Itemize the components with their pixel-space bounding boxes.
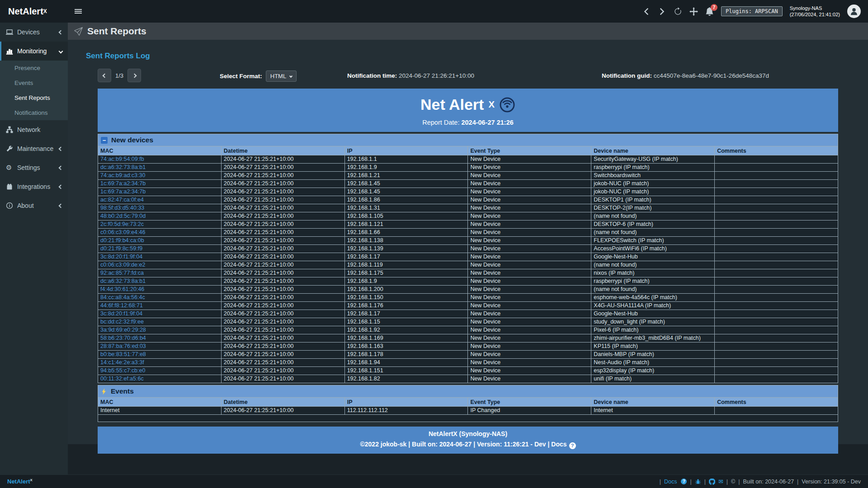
cell: (name not found)	[591, 212, 715, 221]
mac-link[interactable]: bc:dd:c2:32:f9:ee	[100, 319, 144, 325]
cell: b0:be:83:51:77:e8	[98, 351, 222, 359]
next-report-button[interactable]	[127, 69, 141, 82]
sidebar-item-settings[interactable]: ⚙ Settings	[0, 158, 68, 177]
nav-forward-icon[interactable]	[658, 7, 666, 16]
sidebar-subitem-events[interactable]: Events	[0, 75, 68, 90]
cell	[715, 269, 838, 277]
report-row: 14:c1:4e:2e:a3:3f2024-06-27 21:25:21+10:…	[98, 359, 838, 367]
format-select[interactable]: HTML	[266, 70, 297, 82]
cell: New Device	[468, 359, 591, 367]
sidebar-item-maintenance[interactable]: Maintenance	[0, 139, 68, 158]
new-devices-table: MACDatetimeIPEvent TypeDevice nameCommen…	[98, 146, 838, 383]
mac-link[interactable]: ac:82:47:ca:0f:e4	[100, 197, 144, 203]
email-icon[interactable]: ✉	[718, 478, 723, 485]
mac-link[interactable]: 98:5f:d3:d5:40:33	[100, 205, 144, 211]
github-icon[interactable]	[709, 479, 715, 485]
sidebar-item-monitoring[interactable]: Monitoring	[0, 42, 68, 61]
mac-link[interactable]: 48:b0:2d:5c:79:0d	[100, 213, 146, 219]
cell: 192.168.1.139	[344, 245, 468, 253]
report-row: 74:ac:b9:ad:c3:302024-06-27 21:25:21+10:…	[98, 172, 838, 180]
cell: 48:b0:2d:5c:79:0d	[98, 212, 222, 221]
help-icon[interactable]: ?	[569, 442, 576, 449]
cell: 192.168.1.175	[344, 269, 468, 277]
cell: 192.168.1.45	[344, 188, 468, 196]
cell: 2c:f0:5d:9e:73:2c	[98, 221, 222, 229]
notification-time-value: 2024-06-27 21:26:21+10:00	[399, 72, 474, 79]
cell: New Device	[468, 253, 591, 261]
mac-link[interactable]: c0:06:c3:09:de:e2	[100, 262, 145, 268]
cell: 2024-06-27 21:25:21+10:00	[221, 343, 344, 351]
bug-report-icon[interactable]	[695, 479, 701, 485]
mac-link[interactable]: 14:c1:4e:2e:a3:3f	[100, 359, 144, 366]
footer-version: Version: 21:39:05 - Dev	[802, 479, 861, 485]
notification-time: Notification time: 2024-06-27 21:26:21+1…	[347, 72, 474, 79]
app-logo[interactable]: NetAlertX	[0, 0, 68, 23]
cell: 2024-06-27 21:25:21+10:00	[221, 261, 344, 269]
sent-reports-log-link[interactable]: Sent Reports Log	[86, 52, 150, 61]
mac-link[interactable]: 74:ac:b9:ad:c3:30	[100, 172, 145, 178]
nav-back-icon[interactable]	[642, 7, 651, 16]
sidebar-toggle-button[interactable]	[68, 0, 89, 23]
mac-link[interactable]: c0:06:c3:09:e4:46	[100, 229, 145, 235]
cell: New Device	[468, 188, 591, 196]
sidebar-item-devices[interactable]: Devices	[0, 23, 68, 42]
help-icon[interactable]: ?	[681, 479, 687, 484]
cell: New Device	[468, 367, 591, 375]
cell: 192.168.1.9	[344, 164, 468, 172]
cell: raspberrypi (IP match)	[591, 277, 715, 286]
paper-plane-icon	[74, 27, 83, 36]
cell: New Device	[468, 294, 591, 302]
mac-link[interactable]: 74:ac:b9:54:09:fb	[100, 156, 144, 162]
cell: New Device	[468, 326, 591, 334]
sidebar-item-integrations[interactable]: Integrations	[0, 177, 68, 196]
cell: New Device	[468, 172, 591, 180]
mac-link[interactable]: 28:87:ba:76:ed:03	[100, 343, 146, 349]
mac-link[interactable]: 3c:8d:20:f1:9f:04	[100, 310, 142, 317]
footer-links: | Docs ? | | ✉ | © | Built on: 2024-06-2…	[660, 478, 861, 485]
cell: 2024-06-27 21:25:21+10:00	[221, 375, 344, 383]
cell	[715, 155, 838, 164]
cell	[715, 351, 838, 359]
mac-link[interactable]: 3a:9d:69:e0:29:28	[100, 327, 146, 333]
sidebar-item-network[interactable]: Network	[0, 120, 68, 139]
sidebar-item-about[interactable]: About	[0, 196, 68, 215]
prev-report-button[interactable]	[98, 69, 111, 82]
cell: 2024-06-27 21:25:21+10:00	[221, 294, 344, 302]
mac-link[interactable]: d0:21:f9:8c:59:f9	[100, 245, 142, 252]
sidebar-subitem-presence[interactable]: Presence	[0, 61, 68, 75]
notifications-bell[interactable]: 7	[705, 7, 714, 16]
sidebar-subitem-notifications[interactable]: Notifications	[0, 105, 68, 120]
mac-link[interactable]: 44:6f:f8:12:68:71	[100, 302, 143, 309]
mac-link[interactable]: 94:b5:55:c7:cb:e0	[100, 367, 145, 374]
cell: Daniels-MBP (IP match)	[591, 351, 715, 359]
mac-link[interactable]: dc:a6:32:73:8a:b1	[100, 278, 146, 284]
cell: 192.168.1.1	[344, 155, 468, 164]
user-avatar[interactable]	[847, 5, 861, 18]
mac-link[interactable]: 3c:8d:20:f1:9f:04	[100, 253, 142, 260]
report-header: Net AlertX Report Date: 2024-06-27 21:26	[98, 89, 838, 132]
plugins-badge[interactable]: Plugins: ARPSCAN	[721, 6, 783, 16]
mac-link[interactable]: 84:cc:a8:4a:56:4c	[100, 294, 145, 300]
mac-link[interactable]: 1c:69:7a:a2:34:7b	[100, 180, 146, 187]
mac-link[interactable]: d0:21:f9:b4:ca:0b	[100, 237, 144, 244]
sidebar-subitem-sent-reports[interactable]: Sent Reports	[0, 90, 68, 105]
mac-link[interactable]: 92:ac:85:77:fd:ca	[100, 270, 144, 276]
cell: esphome-web-4a564c (IP match)	[591, 294, 715, 302]
cell	[715, 310, 838, 318]
chevron-down-icon	[59, 49, 63, 53]
cell: zhimi-airpurifier-mb3_mibtD6B4 (IP match…	[591, 334, 715, 343]
report-row: c0:06:c3:09:de:e22024-06-27 21:25:21+10:…	[98, 261, 838, 269]
mac-link[interactable]: b0:be:83:51:77:e8	[100, 351, 146, 357]
mac-link[interactable]: dc:a6:32:73:8a:b1	[100, 164, 146, 170]
mac-link[interactable]: 58:b6:23:70:d6:b4	[100, 335, 146, 341]
nav-refresh-icon[interactable]	[674, 7, 682, 16]
footer-brand[interactable]: NetAlertX	[7, 478, 33, 485]
mac-link[interactable]: 00:11:32:ef:a5:6c	[100, 375, 144, 382]
mac-link[interactable]: f4:4d:30:61:20:46	[100, 286, 144, 292]
cell: 2024-06-27 21:25:21+10:00	[221, 237, 344, 245]
mac-link[interactable]: 1c:69:7a:a2:34:7b	[100, 188, 146, 195]
nav-move-icon[interactable]	[689, 7, 698, 16]
docs-link[interactable]: Docs	[664, 479, 677, 485]
mac-link[interactable]: 2c:f0:5d:9e:73:2c	[100, 221, 144, 227]
cell: study_down_light (IP match)	[591, 318, 715, 326]
